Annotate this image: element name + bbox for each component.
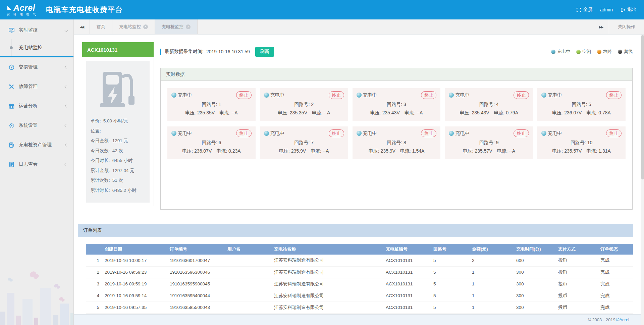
- channel-status-label: 充电中: [270, 130, 284, 137]
- sidebar-item-label: 实时监控: [19, 27, 38, 33]
- order-amount: 2: [469, 255, 514, 266]
- logout-icon: [620, 7, 625, 12]
- stat-label: 位置:: [91, 126, 101, 136]
- vertical-scrollbar[interactable]: [641, 35, 644, 325]
- measurements-line: 电压:236.07V 电流:0.78A: [537, 110, 626, 116]
- circuit-value: 5: [589, 102, 591, 107]
- terminate-button[interactable]: 终止: [514, 129, 529, 137]
- order-row[interactable]: 1 2019-10-16 10:00:17 1910163601700047 江…: [86, 255, 633, 266]
- fullscreen-button[interactable]: 全屏: [576, 7, 593, 13]
- sidebar-item-label: 系统设置: [19, 122, 38, 128]
- circuit-label: 回路号:: [479, 140, 495, 145]
- current-label: 电流:: [586, 110, 597, 115]
- terminate-button[interactable]: 终止: [514, 91, 529, 99]
- order-station-name: 江苏安科瑞制造有限公司: [271, 266, 383, 278]
- scrollbar-thumb[interactable]: [641, 35, 644, 179]
- chevron-left-icon: [65, 104, 68, 108]
- order-circuit: 5: [431, 302, 469, 313]
- double-left-arrow-icon: ◀◀: [80, 25, 84, 29]
- sidebar: 实时监控 充电站监控 ¥ 交易管理: [0, 19, 74, 325]
- tab-pile-monitor[interactable]: 充电桩监控 ×: [155, 19, 198, 34]
- current-value: --A: [324, 110, 330, 115]
- brand-link[interactable]: ©Acrel: [616, 317, 629, 322]
- username[interactable]: admin: [600, 7, 613, 12]
- legend-label: 故障: [603, 49, 612, 55]
- copyright: © 2003 - 2019: [588, 317, 615, 322]
- close-operations-button[interactable]: 关闭操作: [609, 19, 644, 34]
- stat-row: 累计时长: 6485.2 小时: [91, 185, 145, 196]
- tab-label: 首页: [97, 24, 105, 30]
- collect-time-value: 2019-10-16 10:31:59: [206, 49, 250, 54]
- terminate-button[interactable]: 终止: [236, 129, 252, 137]
- current-value: --A: [323, 148, 329, 154]
- sidebar-subitem-station-monitor[interactable]: 充电站监控: [0, 39, 73, 56]
- tab-close-icon[interactable]: ×: [186, 24, 191, 29]
- order-row[interactable]: 3 2019-10-16 09:59:19 1910163595900045 江…: [86, 278, 633, 290]
- channel-card: 充电中 终止 回路号: 1: [167, 88, 256, 121]
- orders-title: 订单列表: [78, 224, 633, 237]
- column-header: 订单状态: [598, 244, 633, 255]
- butterfly-icon: [7, 277, 13, 282]
- sidebar-item-realtime-monitor[interactable]: 实时监控: [0, 19, 73, 39]
- tab-scroll-right-button[interactable]: ▶▶: [593, 19, 609, 34]
- circuit-value: 6: [218, 140, 221, 145]
- stat-value: 51 次: [112, 175, 123, 185]
- sidebar-item-faults[interactable]: 故障管理: [0, 77, 73, 96]
- order-status: 完成: [598, 290, 633, 302]
- order-duration: 300: [514, 278, 555, 290]
- order-username: [225, 278, 271, 290]
- circuit-line: 回路号: 4: [445, 102, 533, 108]
- monitor-icon: [9, 28, 14, 33]
- order-pile-id: ACX1010131: [383, 266, 431, 278]
- order-row[interactable]: 2 2019-10-16 09:59:23 1910163596300046 江…: [86, 266, 633, 278]
- legend-item: 故障: [597, 49, 612, 55]
- logout-button[interactable]: 退出: [620, 7, 637, 13]
- current-label: 电流:: [586, 148, 597, 154]
- sidebar-item-system-settings[interactable]: 系统设置: [0, 116, 73, 135]
- sidebar-item-transactions[interactable]: ¥ 交易管理: [0, 57, 73, 77]
- terminate-button[interactable]: 终止: [606, 129, 622, 137]
- stat-label: 累计金额:: [91, 166, 110, 176]
- sidebar-item-operation-analysis[interactable]: 运营分析: [0, 96, 73, 116]
- voltage-label: 电压:: [460, 110, 471, 115]
- sidebar-item-logs[interactable]: 日志查看: [0, 155, 73, 174]
- order-row[interactable]: 4 2019-10-16 09:59:14 1910163595400044 江…: [86, 290, 633, 302]
- tab-close-icon[interactable]: ×: [143, 24, 148, 29]
- terminate-button[interactable]: 终止: [329, 91, 344, 99]
- chevron-left-icon: [65, 163, 68, 166]
- voltage-value: 236.07V: [194, 148, 212, 154]
- terminate-button[interactable]: 终止: [421, 91, 436, 99]
- sidebar-item-pile-assets[interactable]: 充电桩资产管理: [0, 135, 73, 155]
- current-value: 1.54A: [412, 148, 425, 154]
- fullscreen-icon: [576, 7, 581, 12]
- order-amount: 1: [469, 266, 514, 278]
- current-value: --A: [417, 110, 423, 115]
- order-duration: 300: [514, 266, 555, 278]
- refresh-button[interactable]: 刷新: [255, 47, 274, 57]
- tab-home[interactable]: 首页: [90, 19, 112, 34]
- terminate-button[interactable]: 终止: [606, 91, 622, 99]
- stat-label: 今日时长:: [91, 156, 110, 166]
- gear-icon: [9, 123, 14, 128]
- tab-station-monitor[interactable]: 充电站监控 ×: [112, 19, 155, 34]
- circuit-line: 回路号: 6: [167, 140, 256, 146]
- channel-card: 充电中 终止 回路号: 9: [445, 126, 533, 159]
- terminate-button[interactable]: 终止: [329, 129, 344, 137]
- terminate-button[interactable]: 终止: [236, 91, 252, 99]
- channel-status-label: 充电中: [178, 92, 192, 98]
- order-pile-id: ACX1010131: [383, 278, 431, 290]
- order-status: 完成: [598, 278, 633, 290]
- stat-value: 6485.2 小时: [112, 185, 137, 196]
- order-duration: 300: [514, 302, 555, 313]
- circuit-value: 7: [311, 140, 314, 145]
- tab-scroll-left-button[interactable]: ◀◀: [74, 19, 90, 34]
- orders-header-row: 创建日期 订单编号 用户名 充电站名称 充电桩编号 回路号 金额(元) 充电时间…: [86, 244, 633, 255]
- svg-text:¥: ¥: [11, 65, 12, 69]
- order-username: [225, 266, 271, 278]
- order-row[interactable]: 5 2019-10-16 09:57:35 1910163585500043 江…: [86, 302, 633, 313]
- legend-label: 离线: [624, 49, 633, 55]
- order-amount: 1: [469, 278, 514, 290]
- terminate-button[interactable]: 终止: [421, 129, 436, 137]
- channel-status: 充电中: [357, 130, 377, 137]
- channel-status-label: 充电中: [455, 130, 469, 137]
